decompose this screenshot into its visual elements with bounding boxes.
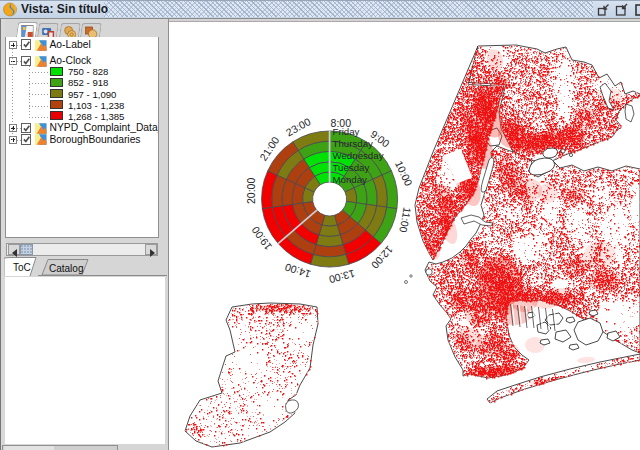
svg-text:20:00: 20:00 [245,178,257,204]
svg-text:Friday: Friday [333,126,360,137]
svg-text:Monday: Monday [333,174,368,185]
svg-text:Catalog: Catalog [49,263,83,274]
svg-text:Wednesday: Wednesday [333,150,384,161]
svg-text:Tuesday: Tuesday [333,162,370,173]
svg-text:Thursday: Thursday [333,138,374,149]
svg-text:ToC: ToC [13,262,31,273]
